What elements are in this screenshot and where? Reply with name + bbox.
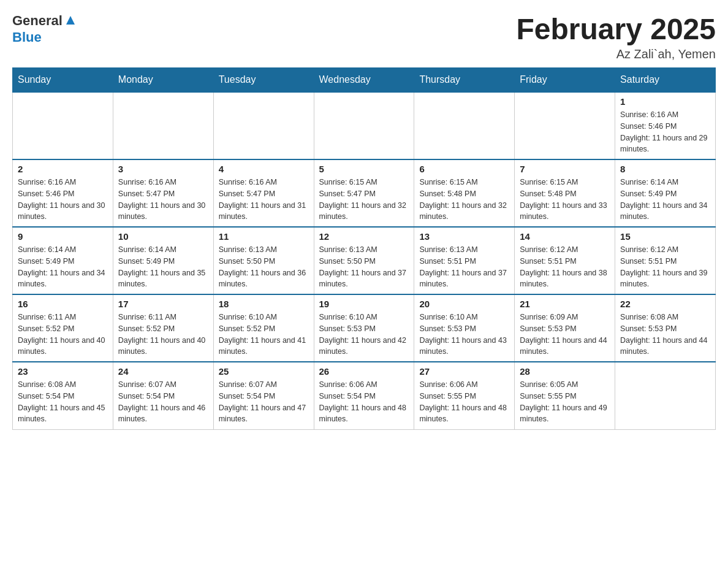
calendar-day-cell: 26Sunrise: 6:06 AMSunset: 5:54 PMDayligh…	[314, 362, 414, 429]
day-info: Sunrise: 6:07 AMSunset: 5:54 PMDaylight:…	[118, 379, 208, 425]
day-number: 22	[620, 299, 710, 309]
day-number: 18	[219, 299, 309, 309]
calendar-day-cell: 25Sunrise: 6:07 AMSunset: 5:54 PMDayligh…	[213, 362, 314, 429]
calendar-week-row: 9Sunrise: 6:14 AMSunset: 5:49 PMDaylight…	[13, 227, 716, 294]
day-info: Sunrise: 6:10 AMSunset: 5:53 PMDaylight:…	[319, 312, 409, 358]
calendar-day-cell: 28Sunrise: 6:05 AMSunset: 5:55 PMDayligh…	[515, 362, 615, 429]
day-info: Sunrise: 6:16 AMSunset: 5:46 PMDaylight:…	[620, 109, 710, 155]
day-number: 12	[319, 231, 409, 242]
calendar-day-cell	[13, 92, 113, 159]
calendar-day-cell: 27Sunrise: 6:06 AMSunset: 5:55 PMDayligh…	[414, 362, 515, 429]
day-info: Sunrise: 6:16 AMSunset: 5:47 PMDaylight:…	[219, 177, 309, 223]
calendar-day-cell: 21Sunrise: 6:09 AMSunset: 5:53 PMDayligh…	[515, 294, 615, 362]
calendar-week-row: 2Sunrise: 6:16 AMSunset: 5:46 PMDaylight…	[13, 159, 716, 227]
day-number: 19	[319, 299, 409, 309]
day-info: Sunrise: 6:15 AMSunset: 5:48 PMDaylight:…	[520, 177, 610, 223]
day-number: 21	[520, 299, 610, 309]
day-number: 9	[18, 231, 108, 242]
calendar-day-cell: 22Sunrise: 6:08 AMSunset: 5:53 PMDayligh…	[615, 294, 716, 362]
weekday-header-monday: Monday	[113, 68, 213, 93]
day-info: Sunrise: 6:06 AMSunset: 5:55 PMDaylight:…	[419, 379, 509, 425]
calendar-day-cell: 14Sunrise: 6:12 AMSunset: 5:51 PMDayligh…	[515, 227, 615, 294]
day-number: 7	[520, 164, 610, 174]
calendar-day-cell: 16Sunrise: 6:11 AMSunset: 5:52 PMDayligh…	[13, 294, 113, 362]
calendar-day-cell: 7Sunrise: 6:15 AMSunset: 5:48 PMDaylight…	[515, 159, 615, 227]
day-info: Sunrise: 6:13 AMSunset: 5:50 PMDaylight:…	[319, 244, 409, 290]
day-info: Sunrise: 6:10 AMSunset: 5:52 PMDaylight:…	[219, 312, 309, 358]
svg-marker-0	[66, 16, 75, 25]
calendar-day-cell	[615, 362, 716, 429]
logo-general-text: General	[12, 13, 63, 29]
calendar-day-cell: 6Sunrise: 6:15 AMSunset: 5:48 PMDaylight…	[414, 159, 515, 227]
title-block: February 2025 Az Zali`ah, Yemen	[516, 12, 716, 61]
day-info: Sunrise: 6:07 AMSunset: 5:54 PMDaylight:…	[219, 379, 309, 425]
calendar-day-cell: 13Sunrise: 6:13 AMSunset: 5:51 PMDayligh…	[414, 227, 515, 294]
day-number: 25	[219, 366, 309, 377]
calendar-day-cell: 20Sunrise: 6:10 AMSunset: 5:53 PMDayligh…	[414, 294, 515, 362]
logo-triangle-icon	[64, 13, 77, 27]
calendar-day-cell: 18Sunrise: 6:10 AMSunset: 5:52 PMDayligh…	[213, 294, 314, 362]
calendar-week-row: 1Sunrise: 6:16 AMSunset: 5:46 PMDaylight…	[13, 92, 716, 159]
calendar-day-cell	[113, 92, 213, 159]
day-number: 23	[18, 366, 108, 377]
calendar-day-cell: 15Sunrise: 6:12 AMSunset: 5:51 PMDayligh…	[615, 227, 716, 294]
calendar-header-row: SundayMondayTuesdayWednesdayThursdayFrid…	[13, 68, 716, 93]
day-number: 8	[620, 164, 710, 174]
page-header: General Blue February 2025 Az Zali`ah, Y…	[12, 12, 716, 61]
weekday-header-saturday: Saturday	[615, 68, 716, 93]
calendar-day-cell: 3Sunrise: 6:16 AMSunset: 5:47 PMDaylight…	[113, 159, 213, 227]
day-info: Sunrise: 6:11 AMSunset: 5:52 PMDaylight:…	[118, 312, 208, 358]
day-number: 27	[419, 366, 509, 377]
calendar-day-cell	[515, 92, 615, 159]
calendar-week-row: 16Sunrise: 6:11 AMSunset: 5:52 PMDayligh…	[13, 294, 716, 362]
day-number: 14	[520, 231, 610, 242]
day-info: Sunrise: 6:14 AMSunset: 5:49 PMDaylight:…	[620, 177, 710, 223]
calendar-day-cell: 19Sunrise: 6:10 AMSunset: 5:53 PMDayligh…	[314, 294, 414, 362]
calendar-table: SundayMondayTuesdayWednesdayThursdayFrid…	[12, 67, 716, 430]
day-info: Sunrise: 6:05 AMSunset: 5:55 PMDaylight:…	[520, 379, 610, 425]
day-info: Sunrise: 6:16 AMSunset: 5:47 PMDaylight:…	[118, 177, 208, 223]
day-info: Sunrise: 6:14 AMSunset: 5:49 PMDaylight:…	[18, 244, 108, 290]
calendar-day-cell	[314, 92, 414, 159]
day-info: Sunrise: 6:06 AMSunset: 5:54 PMDaylight:…	[319, 379, 409, 425]
calendar-day-cell: 17Sunrise: 6:11 AMSunset: 5:52 PMDayligh…	[113, 294, 213, 362]
weekday-header-friday: Friday	[515, 68, 615, 93]
day-number: 17	[118, 299, 208, 309]
calendar-day-cell: 2Sunrise: 6:16 AMSunset: 5:46 PMDaylight…	[13, 159, 113, 227]
day-number: 4	[219, 164, 309, 174]
calendar-day-cell: 23Sunrise: 6:08 AMSunset: 5:54 PMDayligh…	[13, 362, 113, 429]
calendar-day-cell: 9Sunrise: 6:14 AMSunset: 5:49 PMDaylight…	[13, 227, 113, 294]
weekday-header-tuesday: Tuesday	[213, 68, 314, 93]
day-number: 13	[419, 231, 509, 242]
day-number: 28	[520, 366, 610, 377]
day-info: Sunrise: 6:11 AMSunset: 5:52 PMDaylight:…	[18, 312, 108, 358]
calendar-day-cell: 5Sunrise: 6:15 AMSunset: 5:47 PMDaylight…	[314, 159, 414, 227]
logo-blue-text: Blue	[12, 29, 42, 45]
day-number: 1	[620, 96, 710, 107]
day-info: Sunrise: 6:08 AMSunset: 5:54 PMDaylight:…	[18, 379, 108, 425]
calendar-week-row: 23Sunrise: 6:08 AMSunset: 5:54 PMDayligh…	[13, 362, 716, 429]
day-number: 26	[319, 366, 409, 377]
day-number: 24	[118, 366, 208, 377]
day-number: 16	[18, 299, 108, 309]
weekday-header-sunday: Sunday	[13, 68, 113, 93]
day-info: Sunrise: 6:12 AMSunset: 5:51 PMDaylight:…	[520, 244, 610, 290]
calendar-day-cell	[213, 92, 314, 159]
day-number: 6	[419, 164, 509, 174]
day-number: 3	[118, 164, 208, 174]
day-number: 20	[419, 299, 509, 309]
day-info: Sunrise: 6:09 AMSunset: 5:53 PMDaylight:…	[520, 312, 610, 358]
calendar-day-cell: 4Sunrise: 6:16 AMSunset: 5:47 PMDaylight…	[213, 159, 314, 227]
day-info: Sunrise: 6:08 AMSunset: 5:53 PMDaylight:…	[620, 312, 710, 358]
day-info: Sunrise: 6:13 AMSunset: 5:50 PMDaylight:…	[219, 244, 309, 290]
calendar-day-cell: 10Sunrise: 6:14 AMSunset: 5:49 PMDayligh…	[113, 227, 213, 294]
weekday-header-thursday: Thursday	[414, 68, 515, 93]
day-info: Sunrise: 6:10 AMSunset: 5:53 PMDaylight:…	[419, 312, 509, 358]
calendar-day-cell: 1Sunrise: 6:16 AMSunset: 5:46 PMDaylight…	[615, 92, 716, 159]
day-info: Sunrise: 6:14 AMSunset: 5:49 PMDaylight:…	[118, 244, 208, 290]
day-info: Sunrise: 6:13 AMSunset: 5:51 PMDaylight:…	[419, 244, 509, 290]
location-title: Az Zali`ah, Yemen	[516, 47, 716, 61]
day-number: 11	[219, 231, 309, 242]
day-info: Sunrise: 6:12 AMSunset: 5:51 PMDaylight:…	[620, 244, 710, 290]
day-info: Sunrise: 6:15 AMSunset: 5:47 PMDaylight:…	[319, 177, 409, 223]
